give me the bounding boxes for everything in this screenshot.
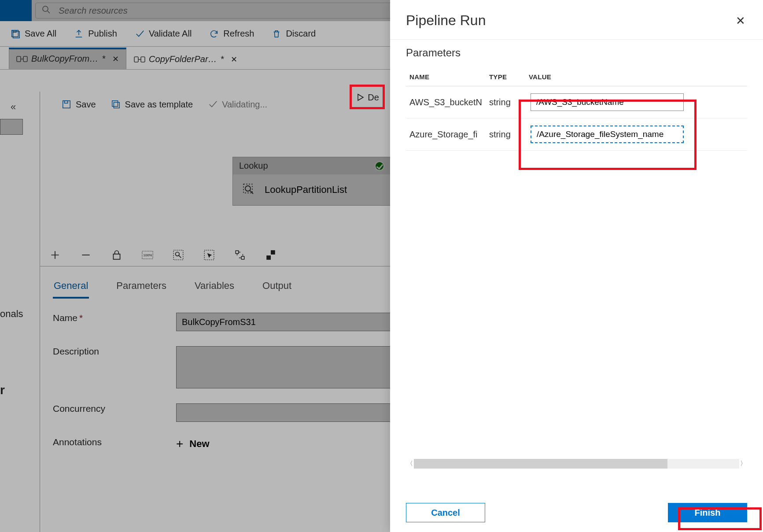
param-value-input[interactable] — [531, 126, 684, 143]
table-row: AWS_S3_bucketN string — [406, 86, 747, 118]
scroll-right-icon[interactable]: 〉 — [739, 459, 747, 469]
col-name: NAME — [406, 68, 486, 86]
param-value-input[interactable] — [531, 93, 684, 111]
scroll-left-icon[interactable]: 〈 — [406, 459, 414, 469]
param-type: string — [486, 86, 525, 118]
param-name: Azure_Storage_fi — [406, 118, 486, 151]
panel-title: Pipeline Run — [406, 12, 486, 29]
param-type: string — [486, 118, 525, 151]
parameters-table: NAME TYPE VALUE AWS_S3_bucketN string Az… — [406, 68, 747, 151]
panel-footer: Cancel Finish — [390, 503, 763, 522]
panel-header: Pipeline Run ✕ — [390, 0, 763, 40]
cancel-button[interactable]: Cancel — [406, 503, 485, 522]
horizontal-scrollbar[interactable]: 〈 〉 — [406, 459, 747, 469]
panel-body: Parameters NAME TYPE VALUE AWS_S3_bucket… — [390, 40, 763, 532]
close-icon[interactable]: ✕ — [734, 12, 747, 30]
scroll-track[interactable] — [414, 459, 739, 469]
col-value: VALUE — [525, 68, 747, 86]
table-row: Azure_Storage_fi string — [406, 118, 747, 151]
scroll-thumb[interactable] — [414, 459, 667, 469]
col-type: TYPE — [486, 68, 525, 86]
finish-button[interactable]: Finish — [668, 503, 747, 522]
pipeline-run-panel: Pipeline Run ✕ Parameters NAME TYPE VALU… — [390, 0, 763, 532]
param-name: AWS_S3_bucketN — [406, 86, 486, 118]
parameters-heading: Parameters — [406, 47, 747, 59]
